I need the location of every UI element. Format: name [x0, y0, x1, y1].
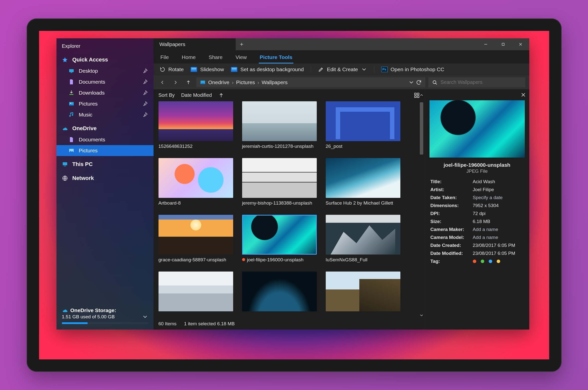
file-card[interactable]: Surface Hub 2 by Michael Gillett	[326, 158, 400, 211]
pin-icon[interactable]	[142, 112, 148, 118]
pictures-icon	[68, 101, 74, 107]
pin-icon[interactable]	[142, 79, 148, 85]
file-card[interactable]: IuSemNxGS88_Full	[326, 215, 400, 268]
sidebar-item-onedrive-pictures[interactable]: Pictures	[56, 145, 154, 156]
back-button[interactable]	[158, 77, 167, 87]
sidebar-item-desktop[interactable]: Desktop	[56, 65, 154, 76]
sort-ascending-icon[interactable]	[218, 92, 224, 98]
open-in-photoshop-button[interactable]: Ps Open in Photoshop CC	[381, 66, 444, 72]
scrollbar-thumb[interactable]	[420, 102, 423, 155]
search-input[interactable]	[441, 79, 522, 85]
meta-value: 7952 x 5304	[473, 203, 524, 208]
sort-value[interactable]: Date Modified	[181, 92, 212, 98]
breadcrumb-separator: ›	[258, 79, 259, 85]
pin-icon[interactable]	[142, 101, 148, 107]
sidebar-group-quick-access: Quick Access Desktop Documents Downloads…	[56, 54, 154, 122]
file-card[interactable]	[326, 272, 400, 311]
refresh-icon[interactable]	[416, 79, 422, 85]
nav-label: Pictures	[79, 148, 98, 154]
sort-by-label[interactable]: Sort By	[159, 92, 175, 98]
tablet-frame: Explorer Quick Access Desktop Documents	[27, 18, 562, 372]
set-background-button[interactable]: Set as desktop background	[231, 66, 304, 72]
file-name: Artboard-8	[159, 200, 181, 206]
tag-yellow[interactable]	[497, 260, 500, 263]
rotate-icon	[160, 66, 165, 72]
desktop-bg-icon	[231, 67, 237, 72]
rotate-label: Rotate	[168, 66, 184, 72]
ribbon-tab-share[interactable]: Share	[208, 53, 223, 63]
sidebar-item-this-pc[interactable]: This PC	[56, 159, 154, 170]
network-icon	[62, 175, 68, 181]
breadcrumb-root[interactable]: Onedrive	[208, 79, 229, 85]
meta-value-editable[interactable]: Add a name	[473, 227, 524, 232]
breadcrumb-leaf[interactable]: Wallpapers	[262, 79, 288, 85]
chevron-down-icon[interactable]	[142, 314, 148, 320]
thumbnail	[242, 272, 317, 311]
file-card[interactable]: grace-caadiang-58897-unsplash	[159, 215, 233, 268]
search-box[interactable]	[428, 77, 525, 87]
close-button[interactable]	[512, 38, 529, 50]
file-card[interactable]: joel-filipe-196000-unsplash	[242, 215, 317, 268]
breadcrumb-mid[interactable]: Pictures	[236, 79, 255, 85]
new-tab-button[interactable]	[236, 38, 248, 50]
breadcrumb[interactable]: Onedrive › Pictures › Wallpapers	[196, 77, 425, 87]
file-card[interactable]: jeremiah-curtis-1201278-unsplash	[242, 101, 317, 154]
tag-green[interactable]	[481, 260, 484, 263]
pin-icon[interactable]	[142, 90, 148, 96]
ribbon-tab-home[interactable]: Home	[181, 53, 197, 63]
downloads-icon	[68, 90, 74, 96]
sidebar-heading-quick-access[interactable]: Quick Access	[56, 54, 154, 65]
file-name: joel-filipe-196000-unsplash	[247, 257, 304, 263]
pin-icon[interactable]	[142, 68, 148, 74]
file-card[interactable]: Artboard-8	[159, 158, 233, 211]
sidebar-item-documents[interactable]: Documents	[56, 76, 154, 87]
details-metadata: Title:Acid Wash Artist:Joel Filipe Date …	[425, 177, 529, 266]
close-details-icon[interactable]	[520, 92, 526, 98]
svg-rect-1	[71, 72, 72, 73]
minimize-button[interactable]	[477, 38, 494, 50]
scrollbar[interactable]	[418, 101, 425, 319]
edit-create-label: Edit & Create	[327, 66, 358, 72]
slideshow-button[interactable]: Slideshow	[191, 66, 224, 72]
meta-key: Date Modified:	[430, 251, 473, 256]
sidebar-heading-onedrive[interactable]: OneDrive	[56, 123, 154, 134]
documents-icon	[68, 137, 74, 143]
meta-value-editable[interactable]: Add a name	[473, 235, 524, 240]
status-selection: 1 item selected 6.18 MB	[184, 321, 235, 327]
tag-red[interactable]	[473, 260, 476, 263]
maximize-button[interactable]	[494, 38, 512, 50]
file-card[interactable]: 1526648631252	[159, 101, 233, 154]
svg-rect-2	[69, 94, 73, 95]
tag-blue[interactable]	[489, 260, 492, 263]
sidebar-item-onedrive-documents[interactable]: Documents	[56, 134, 154, 145]
scroll-down-icon[interactable]	[418, 313, 425, 318]
svg-point-11	[433, 81, 436, 84]
search-icon	[432, 79, 438, 85]
meta-value-editable[interactable]: Specify a date	[473, 195, 524, 200]
sidebar-group-network: Network	[56, 172, 154, 186]
ribbon-tab-view[interactable]: View	[234, 53, 248, 63]
thumbnail	[326, 101, 400, 141]
sidebar-item-pictures[interactable]: Pictures	[56, 98, 154, 109]
ribbon-tab-file[interactable]: File	[160, 53, 170, 63]
chevron-down-icon[interactable]	[408, 79, 414, 85]
file-card[interactable]	[242, 272, 317, 311]
sort-bar: Sort By Date Modified	[154, 89, 425, 101]
file-card[interactable]: jeremy-bishop-1138388-unsplash	[242, 158, 317, 211]
file-card[interactable]: 26_post	[326, 101, 400, 154]
network-label: Network	[72, 175, 94, 181]
desktop-icon	[68, 68, 74, 74]
up-button[interactable]	[183, 77, 193, 87]
rotate-button[interactable]: Rotate	[160, 66, 184, 72]
sidebar-item-network[interactable]: Network	[56, 172, 154, 184]
window-tab[interactable]: Wallpapers	[154, 38, 236, 50]
edit-create-button[interactable]: Edit & Create	[318, 66, 367, 72]
sidebar-item-music[interactable]: Music	[56, 109, 154, 120]
scroll-up-icon[interactable]	[418, 93, 425, 97]
photoshop-icon: Ps	[381, 67, 388, 72]
sidebar-item-downloads[interactable]: Downloads	[56, 87, 154, 98]
forward-button[interactable]	[170, 77, 180, 87]
file-name: jeremy-bishop-1138388-unsplash	[242, 200, 312, 206]
ribbon-tab-picture-tools[interactable]: Picture Tools	[259, 53, 293, 63]
file-card[interactable]	[159, 272, 233, 311]
